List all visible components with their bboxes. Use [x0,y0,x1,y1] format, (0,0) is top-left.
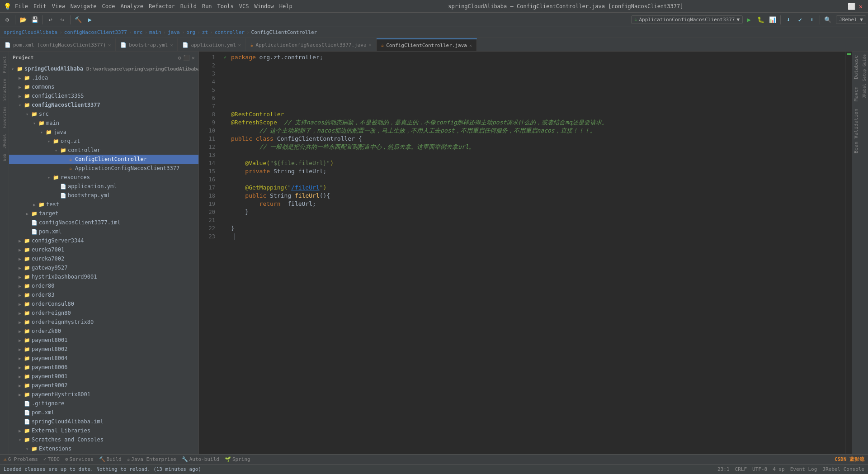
panel-close-icon[interactable]: ✕ [192,55,195,61]
tree-arrow[interactable]: ▶ [16,256,24,261]
tree-item[interactable]: ▶📁order80 [9,281,198,290]
tree-arrow[interactable]: ▾ [24,446,31,451]
java-enterprise-button[interactable]: ☕ Java Enterprise [127,456,176,462]
tree-item[interactable]: ▶📁payment8006 [9,363,198,372]
toolbar-redo[interactable]: ↪ [57,14,68,25]
build-button[interactable]: 🔨 Build [99,456,122,462]
menu-item-code[interactable]: Code [102,3,115,9]
jrebel-console-button[interactable]: JRebel Console [822,466,864,472]
menu-item-refactor[interactable]: Refactor [149,3,175,9]
tree-arrow[interactable]: ▾ [45,175,52,180]
tree-arrow[interactable]: ▶ [16,428,24,433]
tree-item[interactable]: ☕ConfigClientController [9,155,198,164]
tree-arrow[interactable]: ▶ [16,329,24,334]
tree-arrow[interactable]: ▾ [52,148,60,153]
run-button[interactable]: ▶ [744,14,755,25]
breadcrumb-item-6[interactable]: zt [202,29,208,35]
tree-arrow[interactable]: ▾ [38,130,45,135]
tree-arrow[interactable]: ▶ [24,211,31,216]
tree-item[interactable]: ▾📁java [9,128,198,137]
right-tab-maven[interactable]: Maven [852,83,860,105]
tree-arrow[interactable]: ▾ [45,139,52,144]
breadcrumb-item-2[interactable]: src [134,29,143,35]
tree-item[interactable]: ▶📁commons [9,82,198,91]
tree-item[interactable]: ▶📁target [9,209,198,218]
right-tab-jrebel-setup[interactable]: JRebel Setup Guide [861,52,868,101]
tree-arrow[interactable]: ▾ [9,66,16,71]
left-tab-structure[interactable]: Structure [1,76,8,104]
tree-item[interactable]: ▶📁orderConsul80 [9,299,198,308]
breadcrumb-item-4[interactable]: java [168,29,180,35]
tree-arrow[interactable]: ▶ [16,275,24,280]
line-ending[interactable]: CRLF [735,466,747,472]
tree-arrow[interactable]: ▶ [16,365,24,370]
tree-item[interactable]: ☕ApplicationConfigNacosClient3377 [9,164,198,173]
tab-appconfig[interactable]: ☕ ApplicationConfigNacosClient3377.java … [246,38,377,51]
tree-item[interactable]: ▶📁payment9002 [9,381,198,390]
tree-item[interactable]: ▶📁orderFeignHystrix80 [9,318,198,327]
tree-item[interactable]: 📄application.yml [9,182,198,191]
tree-item[interactable]: ▾📁configNacosClient3377 [9,100,198,109]
tree-arrow[interactable]: ▶ [16,76,24,81]
vcs-push[interactable]: ⬆ [807,14,817,25]
menu-item-navigate[interactable]: Navigate [71,3,97,9]
tree-item[interactable]: ▶📁payment8004 [9,354,198,363]
tree-item[interactable]: ▾📁Extensions [9,444,198,453]
menu-item-file[interactable]: File [15,3,28,9]
tree-item[interactable]: ▾📁org.zt [9,137,198,146]
tree-arrow[interactable]: ▶ [16,356,24,361]
tree-arrow[interactable]: ▶ [31,202,38,207]
tree-arrow[interactable]: ▶ [16,94,24,99]
menu-item-help[interactable]: Help [279,3,292,9]
menu-item-vcs[interactable]: VCS [239,3,249,9]
tab-close-pom[interactable]: ✕ [108,43,111,47]
tree-item[interactable]: ▶📁External Libraries [9,426,198,435]
vcs-commit[interactable]: ✔ [795,14,806,25]
breadcrumb-item-1[interactable]: configNacosClient3377 [64,29,127,35]
tree-item[interactable]: ▶📁orderZk80 [9,327,198,336]
run-with-coverage[interactable]: 📊 [767,14,778,25]
spring-button[interactable]: 🌱 Spring [225,456,250,462]
tree-arrow[interactable]: ▶ [16,302,24,307]
right-tab-bean-validation[interactable]: Bean Validation [852,105,860,157]
code-area[interactable]: package org.zt.controller; @RestControll… [227,52,845,454]
toolbar-open-file[interactable]: 📂 [18,14,28,25]
tree-item[interactable]: ▾📁resources [9,173,198,182]
todo-button[interactable]: ✓ TODO [43,456,60,462]
tree-item[interactable]: 📄springCloudAlibaba.iml [9,417,198,426]
tree-item[interactable]: ▶📁eureka7001 [9,245,198,254]
tree-item[interactable]: 📄pom.xml [9,227,198,236]
search-everywhere[interactable]: 🔍 [822,14,833,25]
tab-close-application[interactable]: ✕ [238,43,241,47]
jrebel-config[interactable]: JRebel ▼ [836,15,866,24]
toolbar-build-project[interactable]: 🔨 [73,14,84,25]
tree-arrow[interactable]: ▶ [16,85,24,90]
left-tab-favorites[interactable]: Favorites [1,104,8,131]
tree-item[interactable]: 📄.gitignore [9,399,198,408]
toolbar-save[interactable]: 💾 [29,14,40,25]
menu-item-build[interactable]: Build [180,3,197,9]
left-tab-project[interactable]: Project [1,53,8,76]
window-controls[interactable]: — ⬜ ✕ [839,3,864,10]
menu-item-tools[interactable]: Tools [217,3,234,9]
tree-arrow[interactable]: ▶ [16,265,24,270]
vcs-update[interactable]: ⬇ [783,14,794,25]
tree-item[interactable]: ▾📁src [9,109,198,118]
services-button[interactable]: ⚙ Services [65,456,94,462]
tree-item[interactable]: ▾📁springCloudAlibaba D:\workspace\spring… [9,64,198,73]
tab-configclient[interactable]: ☕ ConfigClientController.java ✕ [377,38,477,51]
tab-bootstrap[interactable]: 📄 bootstrap.yml ✕ [116,38,178,51]
right-tab-database[interactable]: Database [852,52,860,83]
tree-item[interactable]: 📄configNacosClient3377.iml [9,218,198,227]
tree-arrow[interactable]: ▶ [16,311,24,316]
menu-item-window[interactable]: Window [254,3,274,9]
tree-item[interactable]: ▶📁gateway9527 [9,263,198,272]
maximize-button[interactable]: ⬜ [848,3,855,10]
cursor-position[interactable]: 23:1 [717,466,730,472]
tab-close-appconfig[interactable]: ✕ [369,43,372,47]
tree-arrow[interactable]: ▶ [16,338,24,343]
breadcrumb-item-8[interactable]: ConfigClientController [251,29,317,35]
auto-build-button[interactable]: 🔧 Auto-build [182,456,219,462]
close-button[interactable]: ✕ [857,3,864,10]
tab-close-bootstrap[interactable]: ✕ [170,43,173,47]
